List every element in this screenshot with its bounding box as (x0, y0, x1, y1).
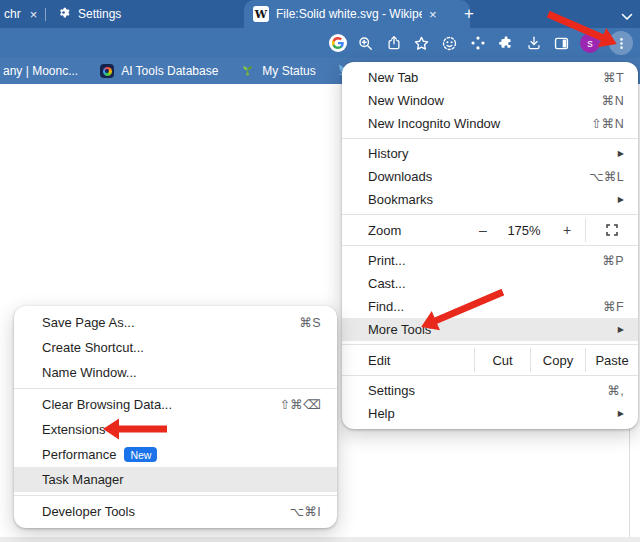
edit-paste-button[interactable]: Paste (585, 348, 638, 372)
submenu-item-clear-browsing-data[interactable]: Clear Browsing Data... ⇧⌘⌫ (14, 392, 337, 417)
share-icon[interactable] (384, 34, 403, 53)
menu-label: Save Page As... (42, 315, 300, 330)
zoom-in-button[interactable]: + (549, 218, 585, 242)
menu-shortcut: ⌘N (602, 93, 624, 108)
tab-divider (45, 8, 46, 21)
bookmark-item-moonc[interactable]: any | Moonc... (1, 64, 89, 78)
wikipedia-favicon: W (253, 6, 269, 22)
menu-label: New Tab (368, 70, 603, 85)
submenu-item-developer-tools[interactable]: Developer Tools ⌥⌘I (14, 499, 337, 524)
menu-divider (342, 138, 638, 139)
extensions-puzzle-icon[interactable] (496, 34, 515, 53)
bookmark-item-my-status[interactable]: My Status (229, 62, 326, 80)
tab-partial-title: chr (4, 7, 21, 21)
fullscreen-button[interactable] (586, 218, 638, 242)
menu-divider (342, 375, 638, 376)
page-bottom-edge (0, 537, 640, 542)
submenu-item-extensions[interactable]: Extensions (14, 417, 337, 442)
extension-face-icon[interactable] (440, 34, 459, 53)
menu-label: Developer Tools (42, 504, 290, 519)
submenu-arrow-icon: ▶ (618, 410, 624, 418)
menu-item-zoom: Zoom – 175% + (342, 218, 638, 242)
browser-window: chr × Settings × W File:Solid white.svg … (0, 0, 640, 542)
menu-shortcut: ⌥⌘L (589, 169, 624, 184)
menu-label: Settings (368, 383, 607, 398)
menu-item-downloads[interactable]: Downloads ⌥⌘L (342, 165, 638, 188)
menu-label: Performance (42, 447, 116, 462)
new-badge: New (124, 447, 157, 462)
menu-item-history[interactable]: History ▶ (342, 142, 638, 165)
tab-active-wikipedia[interactable]: W File:Solid white.svg - Wikipedia × (244, 0, 470, 28)
bookmark-label: any | Moonc... (3, 64, 78, 78)
menu-divider (342, 344, 638, 345)
bookmark-item-ai-tools-database[interactable]: AI Tools Database (89, 64, 229, 78)
menu-item-new-tab[interactable]: New Tab ⌘T (342, 66, 638, 89)
edit-copy-button[interactable]: Copy (530, 348, 585, 372)
google-g-icon[interactable] (328, 34, 347, 53)
menu-label: New Incognito Window (368, 116, 591, 131)
bookmark-star-icon[interactable] (412, 34, 431, 53)
submenu-item-name-window[interactable]: Name Window... (14, 360, 337, 385)
menu-label: More Tools (368, 322, 618, 337)
menu-shortcut: ⇧⌘⌫ (279, 397, 321, 412)
menu-item-new-window[interactable]: New Window ⌘N (342, 89, 638, 112)
menu-item-new-incognito-window[interactable]: New Incognito Window ⇧⌘N (342, 112, 638, 135)
menu-label: Create Shortcut... (42, 340, 321, 355)
submenu-item-performance[interactable]: Performance New (14, 442, 337, 467)
red-arrow-to-extensions (103, 416, 167, 442)
downloads-icon[interactable] (524, 34, 543, 53)
edit-label: Edit (342, 348, 474, 372)
menu-label: Help (368, 406, 618, 421)
menu-item-settings[interactable]: Settings ⌘, (342, 379, 638, 402)
tab-close-icon[interactable]: × (30, 8, 38, 21)
menu-item-bookmarks[interactable]: Bookmarks ▶ (342, 188, 638, 211)
submenu-arrow-icon: ▶ (618, 150, 624, 158)
menu-shortcut: ⌘S (300, 315, 321, 330)
menu-divider (342, 214, 638, 215)
menu-shortcut: ⌘T (603, 70, 624, 85)
tab-close-icon[interactable]: × (429, 8, 437, 21)
chrome-main-menu: New Tab ⌘T New Window ⌘N New Incognito W… (342, 62, 638, 429)
menu-label: Task Manager (42, 472, 321, 487)
tab-settings[interactable]: Settings × (47, 0, 262, 28)
tab-settings-title: Settings (78, 7, 236, 21)
menu-divider (14, 388, 337, 389)
menu-shortcut: ⌘P (603, 253, 624, 268)
more-tools-submenu: Save Page As... ⌘S Create Shortcut... Na… (14, 306, 337, 528)
bookmark-label: My Status (262, 64, 315, 78)
menu-shortcut: ⌘, (607, 383, 624, 398)
menu-label: Clear Browsing Data... (42, 397, 279, 412)
gear-icon (57, 6, 70, 22)
bookmark-label: AI Tools Database (121, 64, 218, 78)
zoom-out-button[interactable]: – (467, 218, 499, 242)
menu-label: History (368, 146, 618, 161)
tab-search-chevron-icon[interactable] (621, 7, 633, 25)
submenu-arrow-icon: ▶ (618, 196, 624, 204)
menu-label: Print... (368, 253, 603, 268)
menu-shortcut: ⇧⌘N (591, 116, 624, 131)
ai-tools-favicon-icon (100, 64, 114, 78)
menu-shortcut: ⌥⌘I (290, 504, 321, 519)
zoom-level-value: 175% (499, 218, 549, 242)
browser-toolbar: s (0, 28, 640, 58)
submenu-arrow-icon: ▶ (618, 326, 624, 334)
menu-divider (14, 495, 337, 496)
menu-item-help[interactable]: Help ▶ (342, 402, 638, 425)
menu-shortcut: ⌘F (603, 299, 624, 314)
menu-item-more-tools[interactable]: More Tools ▶ (342, 318, 638, 341)
submenu-item-save-page-as[interactable]: Save Page As... ⌘S (14, 310, 337, 335)
menu-item-edit: Edit Cut Copy Paste (342, 348, 638, 372)
menu-label: Extensions (42, 422, 321, 437)
submenu-item-create-shortcut[interactable]: Create Shortcut... (14, 335, 337, 360)
tab-partial[interactable]: chr × (0, 0, 50, 28)
menu-label: Name Window... (42, 365, 321, 380)
new-tab-button[interactable]: + (459, 4, 479, 24)
zoom-label: Zoom (342, 218, 467, 242)
edit-cut-button[interactable]: Cut (474, 348, 530, 372)
extension-dots-icon[interactable] (468, 34, 487, 53)
zoom-search-icon[interactable] (356, 34, 375, 53)
menu-label: Downloads (368, 169, 589, 184)
menu-item-print[interactable]: Print... ⌘P (342, 249, 638, 272)
submenu-item-task-manager[interactable]: Task Manager (14, 467, 337, 492)
menu-label: New Window (368, 93, 602, 108)
